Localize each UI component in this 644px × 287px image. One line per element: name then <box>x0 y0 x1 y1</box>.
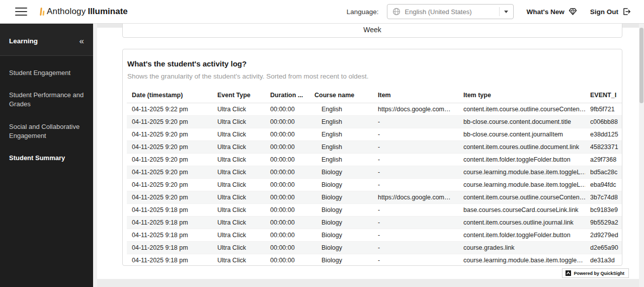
table-cell: Ultra Click <box>212 166 265 179</box>
language-label: Language: <box>347 8 379 16</box>
table-cell: 00:00:00 <box>265 166 309 179</box>
whats-new-button[interactable]: What's New <box>527 8 577 16</box>
table-row: 04-11-2025 9:22 pmUltra Click00:00:00Eng… <box>127 103 622 116</box>
table-cell: content.item.folder.toggleFolder.button <box>458 229 585 242</box>
table-cell: English <box>309 116 373 128</box>
column-header[interactable]: Item type <box>458 88 585 103</box>
sidebar-nav: Student EngagementStudent Performance an… <box>0 56 93 169</box>
table-cell: Ultra Click <box>212 204 265 217</box>
table-cell: Biology <box>309 229 373 242</box>
table-body: 04-11-2025 9:22 pmUltra Click00:00:00Eng… <box>127 103 622 266</box>
table-cell: content.item.coures.outline.document.lin… <box>458 141 585 154</box>
activity-card-header: What's the student's activity log? Shows… <box>123 59 622 80</box>
table-cell: 00:00:00 <box>265 141 309 154</box>
table-cell: 04-11-2025 9:18 pm <box>127 254 212 266</box>
sidebar: Learning « Student EngagementStudent Per… <box>0 24 93 287</box>
table-cell: - <box>373 242 458 254</box>
table-cell: English <box>309 141 373 154</box>
table-cell: Ultra Click <box>212 191 265 204</box>
table-cell: content.item.course.outline.courseConten… <box>458 103 585 116</box>
column-header[interactable]: Event Type <box>212 88 265 103</box>
topbar-right-cluster: Language: English (United States) What's… <box>347 4 631 19</box>
column-header[interactable]: Course name <box>309 88 373 103</box>
sign-out-button[interactable]: Sign Out <box>590 8 631 16</box>
table-cell: bb-close.course.content.document.title <box>458 116 585 128</box>
table-row: 04-11-2025 9:20 pmUltra Click00:00:00Eng… <box>127 154 622 166</box>
sidebar-item-student-performance-and-grades[interactable]: Student Performance and Grades <box>0 84 93 115</box>
sidebar-item-student-summary[interactable]: Student Summary <box>0 147 93 169</box>
table-row: 04-11-2025 9:18 pmUltra Click00:00:00Bio… <box>127 217 622 229</box>
table-cell: 3b7c74d8 <box>585 191 622 204</box>
table-cell: 00:00:00 <box>265 204 309 217</box>
table-cell: - <box>373 217 458 229</box>
table-cell: 9b5529a2 <box>585 217 622 229</box>
column-header[interactable]: Date (timestamp) <box>127 88 212 103</box>
table-cell: Ultra Click <box>212 229 265 242</box>
table-row: 04-11-2025 9:20 pmUltra Click00:00:00Bio… <box>127 191 622 204</box>
table-cell: course.learning.module.base.item.toggleL… <box>458 166 585 179</box>
page-scrollbar[interactable] <box>639 24 644 287</box>
table-row: 04-11-2025 9:18 pmUltra Click00:00:00Bio… <box>127 204 622 217</box>
powered-by-quicksight-badge[interactable]: Powered by QuickSight <box>562 268 629 278</box>
gem-icon <box>569 8 577 16</box>
table-cell: 00:00:00 <box>265 254 309 266</box>
sidebar-item-student-engagement[interactable]: Student Engagement <box>0 62 93 84</box>
bottom-gray-strip <box>97 279 644 287</box>
table-cell: Ultra Click <box>212 217 265 229</box>
table-cell: 00:00:00 <box>265 128 309 141</box>
table-cell: course.grades.link <box>458 242 585 254</box>
globe-icon <box>392 8 400 16</box>
language-select[interactable]: English (United States) <box>387 4 514 19</box>
table-cell: Biology <box>309 179 373 191</box>
table-row: 04-11-2025 9:20 pmUltra Click00:00:00Eng… <box>127 116 622 128</box>
sidebar-header: Learning « <box>0 24 93 56</box>
brand-name-secondary: Illuminate <box>88 7 127 17</box>
table-cell: 04-11-2025 9:20 pm <box>127 141 212 154</box>
table-cell: Ultra Click <box>212 242 265 254</box>
table-cell: 00:00:00 <box>265 179 309 191</box>
table-cell: bd5ac28c <box>585 166 622 179</box>
table-cell: Ultra Click <box>212 128 265 141</box>
activity-table: Date (timestamp)Event TypeDuration ...Co… <box>127 88 622 266</box>
language-selected-value: English (United States) <box>405 8 495 16</box>
chevron-down-icon[interactable] <box>504 11 508 13</box>
table-cell: 00:00:00 <box>265 154 309 166</box>
table-cell: - <box>373 166 458 179</box>
anthology-logo-icon <box>40 8 44 16</box>
table-cell: - <box>373 128 458 141</box>
table-cell: Biology <box>309 242 373 254</box>
table-cell: - <box>373 229 458 242</box>
table-cell: d2e65a90 <box>585 242 622 254</box>
table-cell: Biology <box>309 166 373 179</box>
table-row: 04-11-2025 9:18 pmUltra Click00:00:00Bio… <box>127 242 622 254</box>
table-cell: 04-11-2025 9:20 pm <box>127 116 212 128</box>
hamburger-menu-icon[interactable] <box>15 8 27 16</box>
activity-log-card: What's the student's activity log? Shows… <box>122 49 622 266</box>
table-cell: e38dd125 <box>585 128 622 141</box>
page-scrollbar-thumb[interactable] <box>639 28 643 103</box>
table-cell: Ultra Click <box>212 254 265 266</box>
table-cell: 04-11-2025 9:20 pm <box>127 154 212 166</box>
table-cell: 04-11-2025 9:20 pm <box>127 179 212 191</box>
column-header[interactable]: Item <box>373 88 458 103</box>
table-cell: a29f7368 <box>585 154 622 166</box>
column-header[interactable]: Duration ... <box>265 88 309 103</box>
collapse-sidebar-icon[interactable]: « <box>79 37 84 45</box>
table-cell: 04-11-2025 9:22 pm <box>127 103 212 116</box>
sidebar-scrollbar[interactable] <box>93 24 97 287</box>
table-cell: 04-11-2025 9:18 pm <box>127 242 212 254</box>
top-bar: Anthology Illuminate Language: English (… <box>0 0 644 24</box>
table-cell: 04-11-2025 9:20 pm <box>127 128 212 141</box>
table-cell: Ultra Click <box>212 103 265 116</box>
table-cell: - <box>373 141 458 154</box>
table-cell: 00:00:00 <box>265 242 309 254</box>
table-cell: 00:00:00 <box>265 191 309 204</box>
sidebar-title: Learning <box>9 37 38 45</box>
table-cell: - <box>373 254 458 266</box>
table-cell: course.learning.module.base.item.toggleL… <box>458 179 585 191</box>
column-header[interactable]: EVENT_I <box>585 88 622 103</box>
whats-new-label: What's New <box>527 8 565 16</box>
table-row: 04-11-2025 9:20 pmUltra Click00:00:00Bio… <box>127 179 622 191</box>
sidebar-item-social-and-collaborative-engagement[interactable]: Social and Collaborative Engagement <box>0 116 93 147</box>
week-label: Week <box>363 26 381 34</box>
